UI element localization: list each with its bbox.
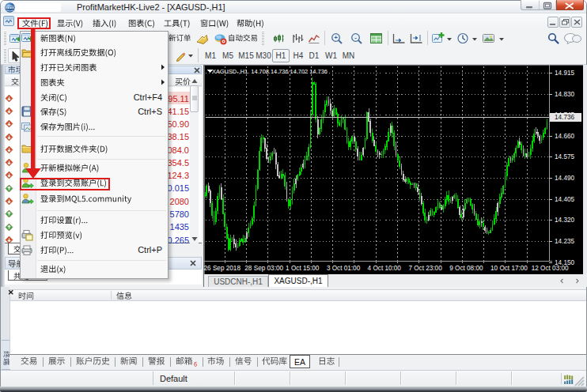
svg-text:14.235: 14.235 — [555, 238, 574, 245]
svg-text:1 Oct 15:00: 1 Oct 15:00 — [286, 265, 320, 272]
svg-text:14.320: 14.320 — [555, 217, 574, 224]
svg-text:14.915: 14.915 — [555, 70, 574, 77]
svg-text:28 Sep 03:00: 28 Sep 03:00 — [244, 265, 283, 272]
svg-text:12 Oct 03:00: 12 Oct 03:00 — [532, 265, 569, 272]
svg-text:14.575: 14.575 — [555, 153, 574, 160]
svg-text:7 Oct 23:00: 7 Oct 23:00 — [408, 265, 442, 272]
svg-text:14.490: 14.490 — [555, 175, 574, 182]
svg-text:-: - — [354, 34, 357, 41]
svg-text:14.736: 14.736 — [555, 114, 574, 121]
svg-text:3 Oct 01:00: 3 Oct 01:00 — [327, 265, 361, 272]
svg-text:9 Oct 08:00: 9 Oct 08:00 — [449, 265, 483, 272]
svg-text:14.830: 14.830 — [555, 91, 574, 98]
svg-text:4 Oct 10:00: 4 Oct 10:00 — [368, 265, 402, 272]
svg-text:10 Oct 17:00: 10 Oct 17:00 — [490, 265, 528, 272]
svg-text:14.405: 14.405 — [555, 196, 574, 203]
svg-text:XAGUSD-,H1. 14.708 14.736 14.7: XAGUSD-,H1. 14.708 14.736 14.702 14.736 — [212, 68, 328, 75]
svg-text:14.660: 14.660 — [555, 133, 574, 140]
svg-text:+: + — [334, 34, 338, 41]
svg-text:26 Sep 2018: 26 Sep 2018 — [204, 265, 241, 272]
